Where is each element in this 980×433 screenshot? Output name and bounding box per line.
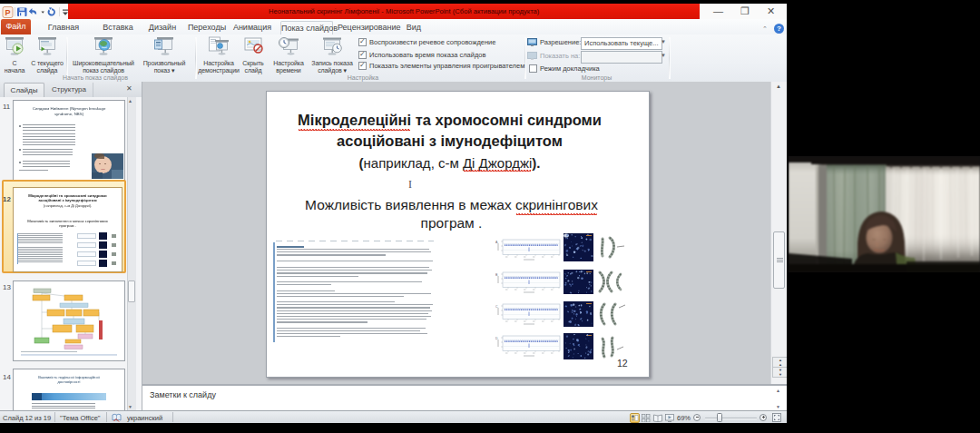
- svg-text:C: C: [495, 305, 498, 309]
- svg-text:B: B: [495, 273, 498, 277]
- svg-text:P: P: [5, 8, 10, 17]
- svg-text:D: D: [495, 337, 498, 340]
- svg-text:A: A: [495, 241, 498, 244]
